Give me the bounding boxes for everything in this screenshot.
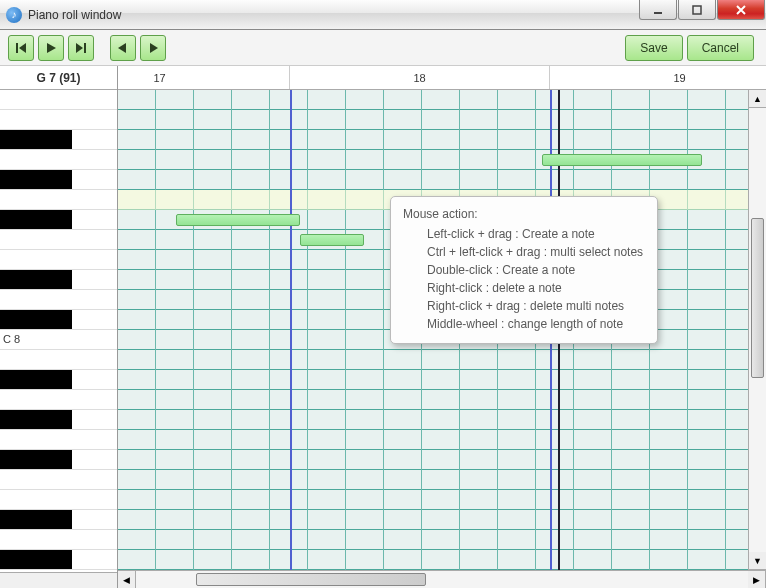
piano-key[interactable] (0, 350, 117, 370)
svg-marker-4 (47, 43, 56, 53)
close-button[interactable] (717, 0, 765, 20)
piano-key[interactable] (0, 370, 117, 390)
save-button[interactable]: Save (625, 35, 682, 61)
piano-key[interactable] (0, 530, 117, 550)
app-icon: ♪ (6, 7, 22, 23)
play-button[interactable] (38, 35, 64, 61)
vscroll-thumb[interactable] (751, 218, 764, 378)
piano-key[interactable] (0, 450, 117, 470)
window-buttons (639, 0, 766, 22)
tooltip-line: Middle-wheel : change length of note (403, 315, 643, 333)
tooltip-line: Left-click + drag : Create a note (403, 225, 643, 243)
piano-key[interactable]: C 7 (0, 570, 117, 572)
tooltip-line: Ctrl + left-click + drag : multi select … (403, 243, 643, 261)
piano-key[interactable] (0, 310, 117, 330)
piano-key[interactable] (0, 490, 117, 510)
piano-key[interactable] (0, 190, 117, 210)
piano-key[interactable] (0, 150, 117, 170)
window-title: Piano roll window (28, 8, 121, 22)
hscroll-thumb[interactable] (196, 573, 426, 586)
tooltip-line: Double-click : Create a note (403, 261, 643, 279)
piano-key[interactable] (0, 230, 117, 250)
svg-marker-3 (19, 43, 26, 53)
hscroll-track[interactable] (136, 571, 748, 588)
piano-key[interactable] (0, 290, 117, 310)
first-bar-button[interactable] (8, 35, 34, 61)
cancel-button[interactable]: Cancel (687, 35, 754, 61)
undo-button[interactable] (110, 35, 136, 61)
redo-button[interactable] (140, 35, 166, 61)
vertical-scrollbar[interactable]: ▲ ▼ (748, 90, 766, 570)
octave-label: C 8 (3, 333, 20, 345)
scroll-up-button[interactable]: ▲ (749, 90, 766, 108)
barline (290, 90, 292, 570)
ruler-bar: 17 (30, 66, 290, 89)
svg-rect-2 (16, 43, 18, 53)
piano-key[interactable] (0, 250, 117, 270)
svg-marker-7 (118, 43, 126, 53)
piano-key[interactable] (0, 410, 117, 430)
piano-key[interactable] (0, 510, 117, 530)
tooltip-line: Right-click + drag : delete multi notes (403, 297, 643, 315)
maximize-button[interactable] (678, 0, 716, 20)
svg-rect-1 (693, 6, 701, 14)
svg-rect-6 (84, 43, 86, 53)
scroll-left-button[interactable]: ◀ (118, 571, 136, 588)
last-bar-button[interactable] (68, 35, 94, 61)
piano-key[interactable]: C 8 (0, 330, 117, 350)
svg-marker-5 (76, 43, 83, 53)
scroll-right-button[interactable]: ▶ (748, 571, 766, 588)
scroll-down-button[interactable]: ▼ (749, 552, 766, 570)
tooltip-title: Mouse action: (403, 205, 643, 223)
mouse-action-tooltip: Mouse action: Left-click + drag : Create… (390, 196, 658, 344)
toolbar: Save Cancel (0, 30, 766, 66)
vscroll-track[interactable] (749, 108, 766, 552)
piano-key[interactable] (0, 430, 117, 450)
title-bar: ♪ Piano roll window (0, 0, 766, 30)
piano-bottom-spacer (0, 572, 117, 588)
minimize-button[interactable] (639, 0, 677, 20)
ruler-bar: 18 (290, 66, 550, 89)
piano-key[interactable] (0, 550, 117, 570)
piano-key[interactable] (0, 270, 117, 290)
midi-note[interactable] (300, 234, 364, 246)
svg-marker-8 (150, 43, 158, 53)
piano-key[interactable] (0, 210, 117, 230)
bar-ruler[interactable]: 171819 (118, 66, 766, 90)
piano-key[interactable] (0, 170, 117, 190)
piano-key[interactable] (0, 130, 117, 150)
tooltip-line: Right-click : delete a note (403, 279, 643, 297)
piano-keyboard[interactable]: C 8C 7C 6C 5 (0, 90, 117, 572)
midi-note[interactable] (542, 154, 702, 166)
piano-key[interactable] (0, 470, 117, 490)
svg-rect-0 (654, 12, 662, 14)
ruler-bar: 19 (550, 66, 766, 89)
left-column: G 7 (91) C 8C 7C 6C 5 (0, 66, 118, 588)
midi-note[interactable] (176, 214, 300, 226)
horizontal-scrollbar[interactable]: ◀ ▶ (118, 570, 766, 588)
piano-key[interactable] (0, 110, 117, 130)
piano-key[interactable] (0, 390, 117, 410)
